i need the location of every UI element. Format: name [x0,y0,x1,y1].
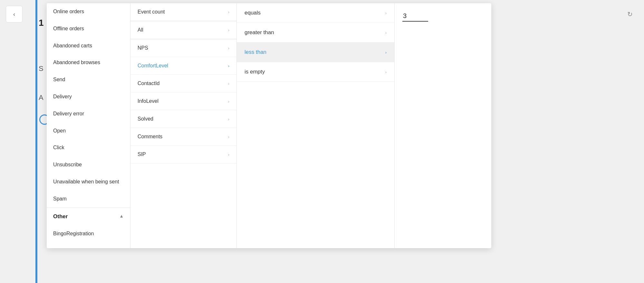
chevron-icon: › [385,11,387,15]
property-contact-id-label: ContactId [138,81,159,86]
chevron-icon: › [228,46,229,51]
event-item-click[interactable]: Click [47,139,130,156]
back-button[interactable]: ‹ [6,6,23,23]
property-comfort-level-label: ComfortLevel [138,63,168,69]
chevron-icon: › [228,63,229,68]
properties-column: Event count › All › NPS › ComfortLevel ›… [130,3,237,248]
chevron-icon: › [385,30,387,35]
event-item-callcenter[interactable]: CallCenterFormSubmit [47,242,130,248]
chevron-icon: › [228,134,229,139]
value-input[interactable] [402,11,428,22]
event-item-spam[interactable]: Spam [47,190,130,208]
operator-is-empty-label: is empty [245,69,265,75]
accent-bar [35,0,37,283]
chevron-icon: › [385,50,387,55]
chevron-icon: › [228,28,229,33]
event-item-offline-orders[interactable]: Offline orders [47,20,130,37]
property-solved[interactable]: Solved › [130,110,236,128]
chevron-icon: › [228,117,229,122]
operator-equals[interactable]: equals › [237,3,394,23]
event-item-unsubscribe[interactable]: Unsubscribe [47,156,130,173]
event-item-online-orders[interactable]: Online orders [47,3,130,20]
property-comments[interactable]: Comments › [130,128,236,146]
chevron-icon: › [228,99,229,104]
event-item-unavailable[interactable]: Unavailable when being sent [47,173,130,190]
operators-column: equals › greater than › less than › is e… [237,3,395,248]
refresh-icon: ↻ [627,10,633,18]
property-info-level[interactable]: InfoLevel › [130,93,236,110]
property-info-level-label: InfoLevel [138,98,159,104]
event-categories-column: Online orders Offline orders Abandoned c… [47,3,130,248]
event-item-abandoned-browses[interactable]: Abandoned browses [47,54,130,71]
property-nps[interactable]: NPS › [130,39,236,57]
chevron-icon: › [385,70,387,74]
event-item-other[interactable]: Other ▲ [47,208,130,225]
operator-greater-than-label: greater than [245,29,274,36]
value-column [395,3,491,248]
operator-greater-than[interactable]: greater than › [237,23,394,43]
filter-panel: Online orders Offline orders Abandoned c… [47,3,491,248]
property-comments-label: Comments [138,134,162,140]
operator-is-empty[interactable]: is empty › [237,62,394,82]
partial-text-a: A [39,93,43,102]
operator-less-than[interactable]: less than › [237,43,394,62]
event-item-delivery-error[interactable]: Delivery error [47,105,130,122]
event-item-delivery[interactable]: Delivery [47,88,130,105]
event-item-abandoned-carts[interactable]: Abandoned carts [47,37,130,54]
chevron-icon: › [228,81,229,86]
property-solved-label: Solved [138,116,153,122]
operator-equals-label: equals [245,10,261,16]
back-icon: ‹ [13,11,15,18]
property-event-count-label: Event count [138,9,165,15]
property-all[interactable]: All › [130,21,236,39]
chevron-icon: › [228,10,229,15]
event-item-open[interactable]: Open [47,122,130,140]
property-nps-label: NPS [138,45,148,51]
number-badge: 1 [39,18,44,28]
operator-less-than-label: less than [245,49,266,55]
property-all-label: All [138,27,143,33]
property-sip[interactable]: SIP › [130,146,236,163]
property-comfort-level[interactable]: ComfortLevel › [130,57,236,75]
partial-text-s: S [39,64,43,73]
chevron-icon: › [228,152,229,157]
property-contact-id[interactable]: ContactId › [130,75,236,93]
property-event-count[interactable]: Event count › [130,3,236,21]
refresh-button[interactable]: ↻ [621,6,638,23]
property-sip-label: SIP [138,151,146,157]
event-item-bingo[interactable]: BingoRegistration [47,225,130,242]
event-item-send[interactable]: Send [47,71,130,88]
